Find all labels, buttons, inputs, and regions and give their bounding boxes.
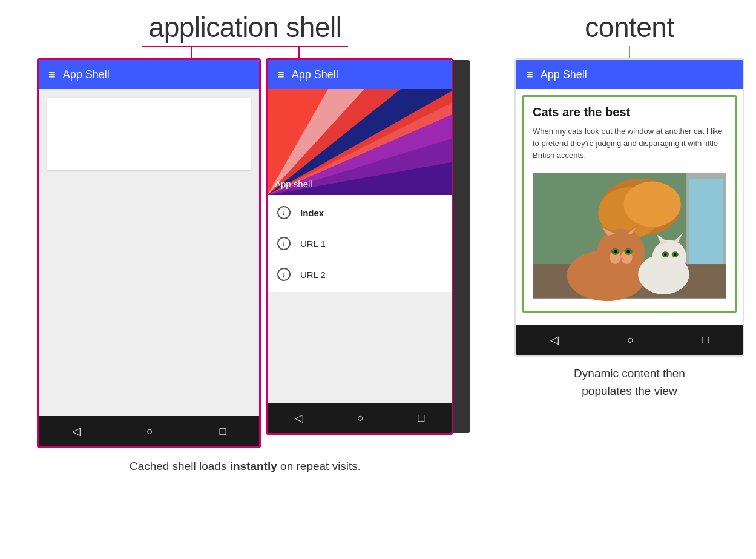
hamburger-icon-3: ≡	[526, 68, 533, 82]
svg-point-26	[626, 250, 630, 254]
svg-point-36	[664, 253, 667, 256]
svg-point-13	[624, 182, 681, 227]
phone3-title: App Shell	[541, 68, 587, 81]
phone-2: ≡ App Shell	[266, 58, 453, 435]
content-placeholder	[47, 98, 251, 170]
square-icon-3: □	[702, 334, 709, 346]
phone3-navbar: ◁ ○ □	[516, 325, 743, 355]
content-green-box: Cats are the best When my cats look out …	[522, 95, 737, 313]
drawer-item-index: i Index	[268, 197, 452, 228]
svg-point-16	[597, 229, 645, 277]
drawer-item-url2: i URL 2	[268, 259, 452, 289]
phone3-body: Cats are the best When my cats look out …	[516, 89, 743, 319]
phone3-toolbar: ≡ App Shell	[516, 60, 743, 89]
hamburger-icon-2: ≡	[277, 68, 284, 82]
home-icon-2: ○	[357, 412, 364, 425]
phone-1: ≡ App Shell ◁ ○ □	[37, 58, 261, 448]
phone1-title: App Shell	[63, 68, 110, 81]
cat-image	[533, 169, 726, 302]
phone1-toolbar: ≡ App Shell	[39, 60, 259, 89]
home-icon-3: ○	[627, 334, 634, 346]
phone2-title: App Shell	[292, 68, 338, 81]
svg-point-29	[652, 240, 686, 274]
application-shell-label: application shell	[149, 11, 342, 44]
drawer-label-url2: URL 2	[300, 270, 326, 280]
back-icon-3: ◁	[550, 333, 559, 346]
drawer-item-url1: i URL 1	[268, 228, 452, 259]
phone1-navbar: ◁ ○ □	[39, 416, 259, 446]
svg-point-37	[674, 253, 677, 256]
drawer-label-index: Index	[300, 208, 324, 218]
back-icon-2: ◁	[295, 411, 303, 425]
home-icon-1: ○	[146, 425, 153, 438]
square-icon-1: □	[219, 425, 226, 438]
info-icon-index: i	[277, 206, 291, 219]
drawer-list: i Index i URL 1 i URL 2	[268, 195, 452, 292]
content-article-text: When my cats look out the window at anot…	[533, 125, 726, 162]
hamburger-icon-1: ≡	[48, 68, 56, 82]
svg-point-25	[614, 250, 617, 254]
drawer-label-url1: URL 1	[300, 239, 326, 249]
hero-image: App shell	[268, 89, 452, 195]
left-caption: Cached shell loads instantly on repeat v…	[130, 458, 361, 475]
phone1-body	[39, 89, 259, 416]
right-caption: Dynamic content then populates the view	[574, 365, 685, 400]
drawer-app-label: App shell	[275, 179, 312, 189]
phone2-toolbar: ≡ App Shell	[268, 60, 452, 89]
square-icon-2: □	[418, 412, 424, 425]
phone-3: ≡ App Shell Cats are the best When my ca…	[514, 58, 744, 357]
back-icon-1: ◁	[72, 425, 81, 438]
content-label: content	[585, 11, 674, 44]
content-article-title: Cats are the best	[533, 105, 726, 119]
phone2-navbar: ◁ ○ □	[268, 403, 452, 433]
info-icon-url2: i	[277, 268, 291, 281]
info-icon-url1: i	[277, 237, 291, 250]
